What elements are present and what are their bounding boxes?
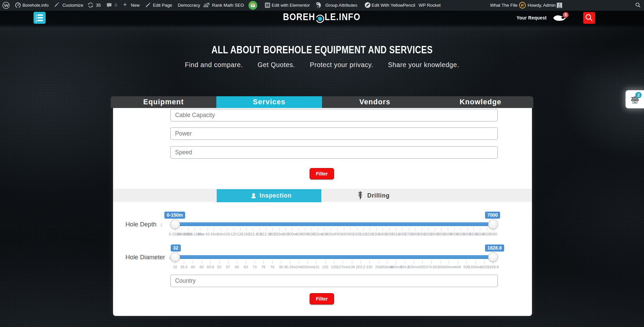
svg-text:3: 3	[36, 19, 37, 22]
